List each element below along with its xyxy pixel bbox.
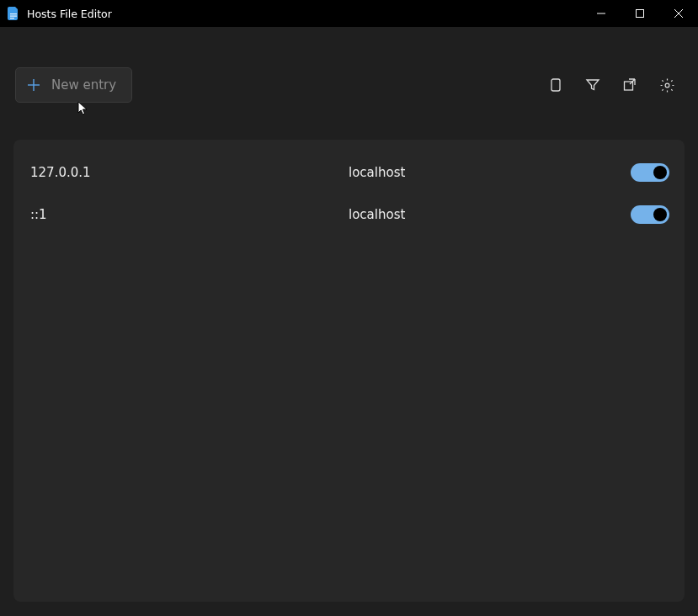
toolbar: New entry (0, 27, 698, 119)
entry-toggle[interactable] (631, 205, 669, 224)
svg-rect-0 (10, 13, 17, 14)
filter-icon[interactable] (583, 76, 602, 94)
entry-address: ::1 (29, 207, 349, 222)
svg-rect-9 (551, 79, 560, 91)
close-button[interactable] (659, 0, 698, 27)
plus-icon (26, 77, 41, 93)
entry-row[interactable]: 127.0.0.1 localhost (29, 151, 669, 194)
open-external-icon[interactable] (621, 76, 639, 94)
new-entry-button[interactable]: New entry (15, 67, 132, 103)
window-controls (582, 0, 698, 27)
additional-lines-icon[interactable] (546, 76, 565, 94)
toggle-knob (653, 166, 667, 179)
svg-rect-1 (10, 16, 17, 17)
new-entry-label: New entry (51, 77, 116, 93)
minimize-button[interactable] (582, 0, 621, 27)
maximize-button[interactable] (621, 0, 659, 27)
svg-rect-4 (637, 10, 644, 18)
svg-rect-2 (10, 18, 14, 19)
entry-host: localhost (349, 165, 631, 180)
entries-panel: 127.0.0.1 localhost ::1 localhost (13, 140, 685, 602)
window-title: Hosts File Editor (27, 8, 582, 20)
toolbar-actions (546, 76, 681, 94)
toggle-knob (653, 208, 667, 221)
svg-point-11 (665, 83, 669, 88)
gear-icon[interactable] (658, 76, 676, 94)
entry-toggle[interactable] (631, 163, 669, 182)
entry-host: localhost (349, 207, 631, 222)
entry-address: 127.0.0.1 (29, 165, 349, 180)
entry-row[interactable]: ::1 localhost (29, 194, 669, 236)
titlebar: Hosts File Editor (0, 0, 698, 27)
app-icon (7, 7, 20, 20)
